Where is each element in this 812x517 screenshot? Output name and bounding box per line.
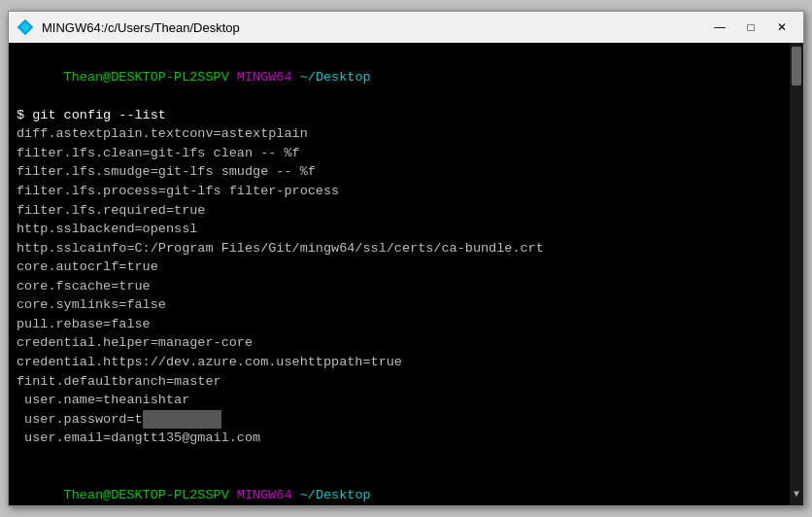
prompt-user-1: Thean@DESKTOP-PL2SSPV [64,70,229,85]
config-line-13: credential.https://dev.azure.com.usehttp… [17,353,795,372]
close-button[interactable]: ✕ [768,17,795,38]
config-line-12: credential.helper=manager-core [17,333,795,353]
config-line-9: core.fscache=true [17,277,795,296]
prompt-shell-1: MINGW64 [237,70,292,85]
command-line: $ git config --list [17,106,795,125]
config-line-11: pull.rebase=false [17,315,795,334]
window-title: MINGW64:/c/Users/Thean/Desktop [42,20,698,35]
empty-line [17,448,795,467]
config-line-16: user.password=t [17,410,795,430]
config-line-6: http.sslbackend=openssl [17,220,795,239]
terminal-body[interactable]: Thean@DESKTOP-PL2SSPV MINGW64 ~/Desktop … [9,43,803,505]
config-line-3: filter.lfs.smudge=git-lfs smudge -- %f [17,162,795,182]
scrollbar[interactable]: ▼ [790,43,803,505]
minimize-button[interactable]: — [706,17,733,38]
window-icon [17,18,34,36]
config-line-5: filter.lfs.required=true [17,201,795,221]
prompt-line-2: Thean@DESKTOP-PL2SSPV MINGW64 ~/Desktop [17,466,795,505]
prompt-user-2: Thean@DESKTOP-PL2SSPV [64,488,229,502]
scrollbar-thumb[interactable] [792,47,801,86]
config-line-15: user.name=theanishtar [17,391,795,410]
config-line-7: http.sslcainfo=C:/Program Files/Git/ming… [17,239,795,258]
prompt-path-1: ~/Desktop [300,70,371,85]
maximize-button[interactable]: □ [737,17,764,38]
prompt-shell-2: MINGW64 [237,488,292,502]
prompt-path-2: ~/Desktop [300,488,371,502]
prompt-line-1: Thean@DESKTOP-PL2SSPV MINGW64 ~/Desktop [17,49,795,106]
config-line-14: finit.defaultbranch=master [17,372,795,392]
title-bar: MINGW64:/c/Users/Thean/Desktop — □ ✕ [9,12,803,43]
password-hidden [143,410,221,430]
config-line-8: core.autocrlf=true [17,258,795,277]
config-line-1: diff.astextplain.textconv=astextplain [17,124,795,144]
config-line-10: core.symlinks=false [17,295,795,315]
window-controls: — □ ✕ [706,17,795,38]
terminal-window: MINGW64:/c/Users/Thean/Desktop — □ ✕ The… [8,11,804,506]
config-line-17: user.email=dangtt135@gmail.com [17,429,795,448]
config-line-4: filter.lfs.process=git-lfs filter-proces… [17,182,795,201]
scrollbar-down-arrow[interactable]: ▼ [794,488,799,502]
config-line-2: filter.lfs.clean=git-lfs clean -- %f [17,144,795,163]
